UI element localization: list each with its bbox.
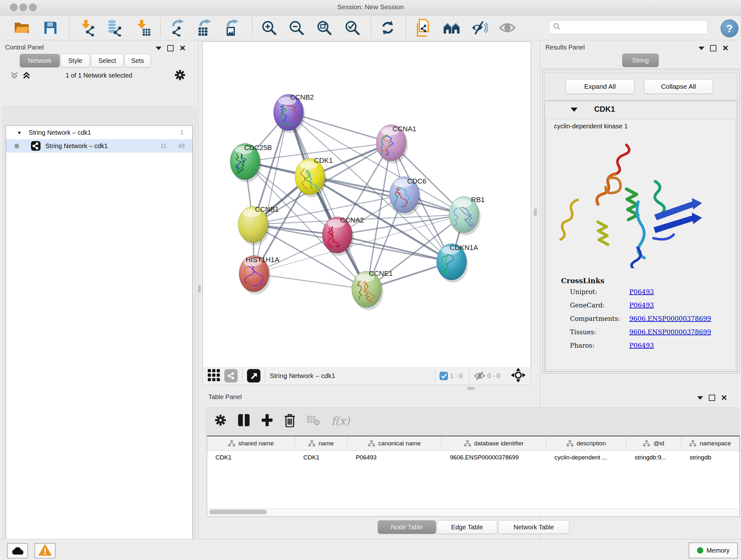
open-session-button[interactable] — [13, 19, 30, 37]
crosslink-link[interactable]: P06493 — [629, 288, 654, 296]
column-header-canonical-name[interactable]: canonical name — [347, 436, 442, 450]
node-CCNB2[interactable]: CCNB2 — [273, 93, 314, 133]
network-row[interactable]: String Network – cdk1 11 48 — [6, 139, 192, 152]
node-CDK1[interactable]: CDK1 — [295, 157, 333, 197]
control-panel-float-icon[interactable] — [167, 45, 174, 51]
node-CCNA1[interactable]: CCNA1 — [376, 125, 416, 164]
table-cell[interactable]: 9606.ENSP00000378699 — [442, 451, 546, 464]
edge-CCNB2-HIST1H1A[interactable] — [254, 112, 288, 273]
delete-column-trash-icon[interactable] — [284, 413, 295, 428]
show-columns-icon[interactable] — [238, 414, 250, 428]
table-cell[interactable]: P06493 — [347, 451, 442, 464]
table-panel-close-icon[interactable]: ✕ — [721, 395, 727, 400]
node-HIST1H1A[interactable]: HIST1H1A — [239, 255, 279, 294]
node-CCNB1[interactable]: CCNB1 — [238, 205, 279, 245]
zoom-out-button[interactable] — [287, 19, 306, 37]
hide-selected-button[interactable] — [470, 19, 488, 37]
table-cell[interactable]: stringdb — [681, 451, 739, 464]
tab-network[interactable]: Network — [20, 54, 60, 67]
pan-crosshair-icon[interactable] — [511, 368, 526, 384]
results-panel-close-icon[interactable]: ✕ — [722, 46, 729, 51]
tab-sets[interactable]: Sets — [125, 54, 151, 67]
collapse-all-networks-icon[interactable] — [10, 71, 19, 81]
memory-button[interactable]: Memory — [689, 543, 738, 558]
right-splitter-handle[interactable] — [534, 208, 537, 216]
save-session-button[interactable] — [42, 19, 59, 37]
node-CCNE1[interactable]: CCNE1 — [352, 269, 393, 310]
export-image-button[interactable] — [223, 19, 241, 37]
add-column-icon[interactable] — [261, 414, 273, 428]
table-cell[interactable]: CDK1 — [207, 451, 295, 464]
node-CDKN1A[interactable]: CDKN1A — [436, 244, 478, 283]
birdseye-grid-icon[interactable] — [207, 368, 220, 383]
import-table-button[interactable] — [134, 19, 151, 37]
crosslink-link[interactable]: 9606.ENSP00000378699 — [629, 328, 711, 336]
open-in-window-icon[interactable] — [247, 369, 260, 382]
cloud-button[interactable] — [7, 543, 28, 558]
table-panel-menu-icon[interactable] — [697, 396, 703, 400]
crosslink-link[interactable]: 9606.ENSP00000378699 — [629, 315, 711, 322]
column-header-description[interactable]: description — [546, 436, 626, 450]
table-panel-float-icon[interactable] — [709, 395, 715, 401]
column-header-name[interactable]: name — [295, 436, 347, 450]
tab-network-table[interactable]: Network Table — [498, 520, 569, 534]
zoom-fit-button[interactable] — [315, 19, 333, 37]
expand-all-networks-icon[interactable] — [22, 71, 31, 81]
collection-expand-icon[interactable]: ▼ — [17, 130, 22, 135]
table-options-gear-icon[interactable] — [214, 414, 226, 428]
column-header-shared-name[interactable]: shared name — [207, 436, 295, 450]
tab-select[interactable]: Select — [91, 54, 124, 67]
tab-edge-table[interactable]: Edge Table — [437, 520, 497, 534]
warnings-button[interactable] — [35, 543, 56, 558]
column-header-namespace[interactable]: namespace — [681, 436, 739, 450]
toolbar-search[interactable] — [549, 20, 708, 34]
expand-all-button[interactable]: Expand All — [565, 79, 634, 94]
table-row[interactable]: CDK1CDK1P064939606.ENSP00000378699cyclin… — [207, 451, 739, 464]
control-panel-close-icon[interactable]: ✕ — [179, 46, 186, 51]
network-graph[interactable]: CCNB2CCNA1CDC25BCDK1CDC6RB1CCNB1CCNA2CDK… — [203, 42, 531, 367]
column-header-@id[interactable]: @id — [626, 436, 681, 450]
node-CDC25B[interactable]: CDC25B — [230, 143, 272, 182]
table-cell[interactable]: CDK1 — [295, 451, 347, 464]
edge-HIST1H1A-CCNE1[interactable] — [254, 273, 367, 289]
node-RB1[interactable]: RB1 — [449, 196, 485, 235]
crosslink-link[interactable]: P06493 — [629, 301, 654, 309]
selected-checkbox[interactable] — [440, 372, 448, 380]
table-cell[interactable]: stringdb:9... — [626, 451, 681, 464]
refresh-button[interactable] — [379, 19, 397, 37]
control-panel-menu-icon[interactable] — [156, 47, 161, 50]
import-network-file-button[interactable] — [78, 19, 96, 37]
gene-collapse-icon[interactable] — [570, 107, 578, 113]
column-header-database-identifier[interactable]: database identifier — [442, 436, 546, 450]
results-panel-float-icon[interactable] — [710, 45, 717, 51]
zoom-in-button[interactable] — [260, 19, 278, 37]
search-input[interactable] — [563, 23, 708, 31]
left-splitter-handle[interactable] — [198, 285, 201, 293]
clone-network-button[interactable] — [414, 19, 432, 37]
table-cell[interactable]: cyclin-dependent ... — [546, 451, 626, 464]
edge-CCNB2-CCNE1[interactable] — [288, 112, 367, 289]
network-canvas[interactable]: CCNB2CCNA1CDC25BCDK1CDC6RB1CCNB1CCNA2CDK… — [202, 42, 531, 367]
collapse-all-button[interactable]: Collapse All — [644, 79, 713, 94]
results-tab-string[interactable]: String — [622, 54, 659, 67]
tab-node-table[interactable]: Node Table — [378, 520, 436, 534]
crosslink-link[interactable]: P06493 — [629, 341, 654, 349]
help-button[interactable]: ? — [721, 19, 738, 37]
edge-CCNA2-CDKN1A[interactable] — [337, 235, 452, 262]
hidden-eye-icon[interactable] — [474, 371, 485, 381]
results-panel-menu-icon[interactable] — [698, 47, 704, 50]
string-view-icon[interactable] — [224, 369, 238, 382]
node-CCNA2[interactable]: CCNA2 — [322, 216, 364, 256]
tab-style[interactable]: Style — [61, 54, 90, 67]
export-network-button[interactable] — [169, 19, 187, 37]
zoom-selected-button[interactable] — [343, 19, 361, 37]
network-collection-row[interactable]: ▼ String Network – cdk1 1 — [6, 126, 192, 139]
show-all-views-button[interactable] — [443, 19, 461, 37]
table-hscrollbar-thumb[interactable] — [209, 509, 267, 514]
table-hscrollbar[interactable] — [207, 508, 738, 516]
bottom-splitter-handle[interactable] — [467, 387, 475, 390]
show-hidden-button[interactable] — [498, 19, 516, 37]
export-table-button[interactable] — [195, 19, 213, 37]
network-options-gear-icon[interactable] — [174, 69, 186, 82]
import-network-database-button[interactable] — [105, 19, 123, 37]
